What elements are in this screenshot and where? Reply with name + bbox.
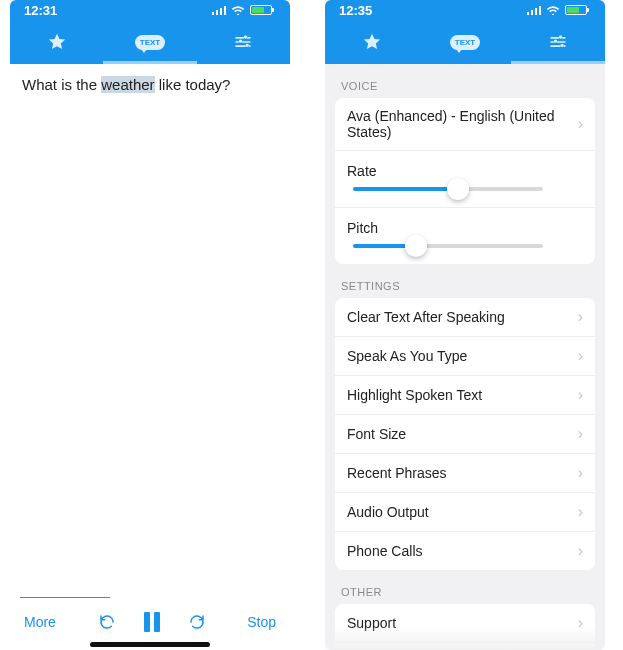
chevron-right-icon: ›	[578, 347, 583, 365]
settings-item-label: Highlight Spoken Text	[347, 387, 482, 403]
rate-slider-fill	[353, 187, 458, 191]
battery-icon	[565, 5, 587, 15]
tab-favorites[interactable]	[325, 20, 418, 64]
other-item-label: Support	[347, 615, 396, 631]
status-bar: 12:31	[10, 0, 290, 20]
wifi-icon	[546, 5, 560, 15]
chevron-right-icon: ›	[578, 115, 583, 133]
voice-name: Ava (Enhanced) - English (United States)	[347, 108, 578, 140]
pause-button[interactable]	[144, 612, 160, 632]
battery-icon	[250, 5, 272, 15]
other-item-row[interactable]: Share Text to Speech›	[335, 642, 595, 650]
chevron-right-icon: ›	[578, 386, 583, 404]
tab-text[interactable]: TEXT	[103, 20, 196, 64]
text-bubble-icon: TEXT	[450, 35, 480, 50]
star-icon	[362, 32, 382, 52]
pitch-row: Pitch	[335, 207, 595, 264]
chevron-right-icon: ›	[578, 464, 583, 482]
status-bar: 12:35	[325, 0, 605, 20]
tab-bar: TEXT	[10, 20, 290, 64]
settings-item-row[interactable]: Recent Phrases›	[335, 453, 595, 492]
chevron-right-icon: ›	[578, 425, 583, 443]
phone-left: 12:31 TEXT What is the weather like toda…	[10, 0, 290, 650]
wifi-icon	[231, 5, 245, 15]
voice-select-row[interactable]: Ava (Enhanced) - English (United States)…	[335, 98, 595, 150]
settings-item-row[interactable]: Font Size›	[335, 414, 595, 453]
more-button[interactable]: More	[24, 614, 56, 630]
tab-favorites[interactable]	[10, 20, 103, 64]
stop-button[interactable]: Stop	[247, 614, 276, 630]
home-indicator[interactable]	[90, 642, 210, 647]
settings-item-label: Speak As You Type	[347, 348, 467, 364]
settings-section-header: SETTINGS	[325, 264, 605, 298]
settings-item-row[interactable]: Highlight Spoken Text›	[335, 375, 595, 414]
voice-group: Ava (Enhanced) - English (United States)…	[335, 98, 595, 264]
settings-item-row[interactable]: Phone Calls›	[335, 531, 595, 570]
settings-scroll[interactable]: VOICE Ava (Enhanced) - English (United S…	[325, 64, 605, 650]
chevron-right-icon: ›	[578, 614, 583, 632]
sliders-icon	[233, 32, 253, 52]
chevron-right-icon: ›	[578, 503, 583, 521]
status-icons	[527, 5, 588, 15]
settings-item-label: Clear Text After Speaking	[347, 309, 505, 325]
chevron-right-icon: ›	[578, 308, 583, 326]
tab-bar: TEXT	[325, 20, 605, 64]
phone-right: 12:35 TEXT VOICE Ava (Enhanced) - Eng	[325, 0, 605, 650]
forward-icon[interactable]	[188, 613, 206, 631]
tab-text[interactable]: TEXT	[418, 20, 511, 64]
sentence-post: like today?	[155, 76, 231, 93]
status-icons	[212, 5, 273, 15]
sliders-icon	[548, 32, 568, 52]
rate-slider[interactable]	[353, 187, 543, 191]
status-time: 12:35	[339, 3, 372, 18]
main-content: What is the weather like today? More Sto…	[10, 64, 290, 650]
pitch-label: Pitch	[347, 220, 391, 236]
settings-item-label: Recent Phrases	[347, 465, 447, 481]
text-bubble-icon: TEXT	[135, 35, 165, 50]
settings-item-label: Phone Calls	[347, 543, 423, 559]
status-time: 12:31	[24, 3, 57, 18]
sentence-pre: What is the	[22, 76, 101, 93]
other-group: Support›Share Text to Speech›Rate in the…	[335, 604, 595, 650]
pitch-slider[interactable]	[353, 244, 543, 248]
pitch-slider-thumb[interactable]	[405, 235, 427, 257]
signal-icon	[527, 6, 542, 15]
settings-item-row[interactable]: Clear Text After Speaking›	[335, 298, 595, 336]
other-section-header: OTHER	[325, 570, 605, 604]
settings-item-label: Font Size	[347, 426, 406, 442]
voice-section-header: VOICE	[325, 64, 605, 98]
other-item-row[interactable]: Support›	[335, 604, 595, 642]
chevron-right-icon: ›	[578, 542, 583, 560]
tab-settings[interactable]	[197, 20, 290, 64]
settings-item-row[interactable]: Audio Output›	[335, 492, 595, 531]
sentence-text[interactable]: What is the weather like today?	[10, 64, 290, 105]
rate-label: Rate	[347, 163, 391, 179]
highlighted-word: weather	[101, 76, 154, 93]
rate-slider-thumb[interactable]	[447, 178, 469, 200]
settings-group: Clear Text After Speaking›Speak As You T…	[335, 298, 595, 570]
star-icon	[47, 32, 67, 52]
settings-item-label: Audio Output	[347, 504, 429, 520]
tab-settings[interactable]	[512, 20, 605, 64]
rewind-icon[interactable]	[98, 613, 116, 631]
settings-item-row[interactable]: Speak As You Type›	[335, 336, 595, 375]
rate-row: Rate	[335, 150, 595, 207]
signal-icon	[212, 6, 227, 15]
